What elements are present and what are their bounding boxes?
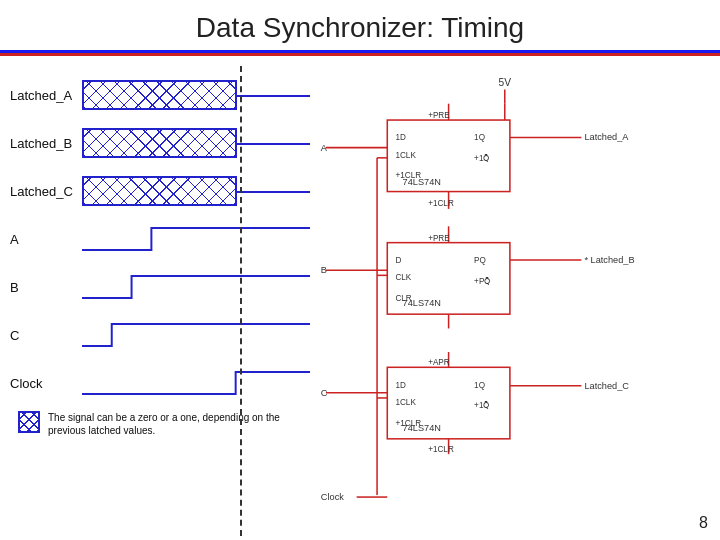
signal-wave-a [82,220,310,258]
footnote-area: The signal can be a zero or a one, depen… [10,407,310,437]
footnote-icon [18,411,40,433]
svg-text:PQ: PQ [474,256,486,265]
svg-text:* Latched_B: * Latched_B [584,255,634,265]
signal-label-b: B [10,280,82,295]
signal-row-a: A [10,215,310,263]
signal-label-c: C [10,328,82,343]
svg-text:B: B [321,265,327,275]
signal-row-latched-a: Latched_A [10,71,310,119]
crosshatch-b [82,128,237,158]
svg-text:A: A [321,143,328,153]
signal-row-latched-b: Latched_B [10,119,310,167]
signal-label-latched-a: Latched_A [10,88,82,103]
svg-text:+1CLR: +1CLR [428,445,454,454]
signal-row-clock: Clock [10,359,310,407]
svg-text:+PRE: +PRE [428,234,450,243]
svg-text:+1Q̄: +1Q̄ [474,154,489,163]
svg-text:1D: 1D [395,381,406,390]
title-line-red [0,53,720,56]
svg-text:1CLK: 1CLK [395,151,416,160]
svg-text:+1CLR: +1CLR [428,199,454,208]
crosshatch-a [82,80,237,110]
svg-text:74LS74N: 74LS74N [403,177,441,187]
page-title: Data Synchronizer: Timing [0,0,720,50]
svg-text:74LS74N: 74LS74N [403,423,441,433]
svg-text:+APR: +APR [428,358,450,367]
signal-wave-clock [82,364,310,402]
waveform-b-svg [82,268,310,306]
footnote-text: The signal can be a zero or a one, depen… [48,411,310,437]
svg-text:1Q: 1Q [474,133,485,142]
signal-label-clock: Clock [10,376,82,391]
signal-wave-latched-a [82,76,310,114]
flat-line-b [237,143,310,145]
signal-row-c: C [10,311,310,359]
signal-wave-c [82,316,310,354]
clock-edge-line [240,66,242,540]
voltage-label: 5V [499,77,512,88]
circuit-panel: 5V A +PRE 1D 1CLK +1CLR 1Q +1Q̄ 74LS74N … [310,66,720,540]
waveform-clock-svg [82,364,310,402]
signal-wave-latched-b [82,124,310,162]
svg-text:Latched_C: Latched_C [584,381,629,391]
flat-line-a [237,95,310,97]
svg-text:Clock: Clock [321,492,344,502]
main-content: Latched_A Latched_B Latched_C A [0,66,720,540]
signal-row-b: B [10,263,310,311]
svg-text:C: C [321,388,328,398]
timing-panel: Latched_A Latched_B Latched_C A [0,66,310,540]
svg-text:D: D [395,256,401,265]
svg-text:74LS74N: 74LS74N [403,298,441,308]
svg-text:1Q: 1Q [474,381,485,390]
svg-text:+PQ̄: +PQ̄ [474,277,490,286]
circuit-diagram-svg: 5V A +PRE 1D 1CLK +1CLR 1Q +1Q̄ 74LS74N … [315,71,715,540]
signal-wave-latched-c [82,172,310,210]
waveform-c-svg [82,316,310,354]
flat-line-c [237,191,310,193]
svg-text:CLK: CLK [395,273,411,282]
page-number: 8 [699,514,708,532]
svg-text:+1Q̄: +1Q̄ [474,401,489,410]
waveform-a-svg [82,220,310,258]
signal-wave-b [82,268,310,306]
svg-text:1D: 1D [395,133,406,142]
signal-label-a: A [10,232,82,247]
signal-label-latched-b: Latched_B [10,136,82,151]
crosshatch-c [82,176,237,206]
signal-row-latched-c: Latched_C [10,167,310,215]
title-divider [0,50,720,56]
svg-text:1CLK: 1CLK [395,398,416,407]
svg-text:Latched_A: Latched_A [584,132,629,142]
signal-label-latched-c: Latched_C [10,184,82,199]
svg-text:+PRE: +PRE [428,111,450,120]
